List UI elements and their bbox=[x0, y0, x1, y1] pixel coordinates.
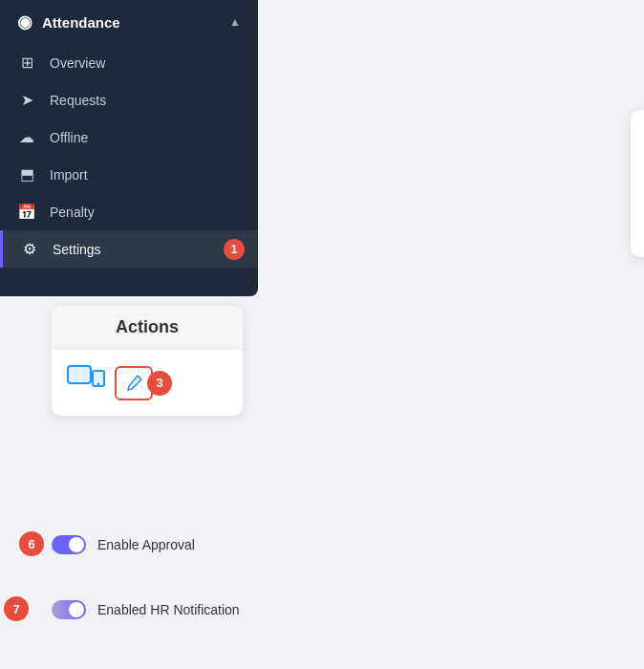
actions-header: Actions bbox=[52, 306, 243, 350]
actions-card: Actions 3 bbox=[52, 306, 243, 416]
hr-notification-toggle[interactable] bbox=[52, 600, 86, 619]
settings-icon: ⚙ bbox=[20, 240, 39, 258]
step-3-badge: 3 bbox=[147, 371, 172, 396]
sidebar: ◉ Attendance ▲ ⊞ Overview ➤ Requests ☁ O… bbox=[0, 0, 258, 296]
penalty-icon: 📅 bbox=[17, 203, 36, 221]
sidebar-item-overview[interactable]: ⊞ Overview bbox=[0, 44, 258, 81]
settings-card-wrapper: 2 Individual Attendance Settings This is… bbox=[311, 53, 616, 200]
attendance-icon: ◉ bbox=[17, 11, 32, 32]
svg-point-6 bbox=[97, 383, 100, 386]
actions-body: 3 bbox=[52, 350, 243, 416]
step-7-badge: 7 bbox=[4, 596, 29, 621]
sidebar-title: ◉ Attendance ▲ bbox=[0, 0, 258, 44]
sidebar-item-penalty[interactable]: 📅 Penalty bbox=[0, 193, 258, 230]
individual-settings-card: 2 Individual Attendance Settings This is… bbox=[631, 110, 644, 257]
enable-approval-standalone-toggle[interactable] bbox=[52, 535, 86, 554]
device-icon bbox=[67, 365, 105, 400]
svg-rect-4 bbox=[68, 366, 91, 383]
settings-badge: 1 bbox=[224, 239, 245, 260]
chevron-up-icon[interactable]: ▲ bbox=[229, 15, 241, 29]
offline-icon: ☁ bbox=[17, 128, 36, 146]
sidebar-item-requests[interactable]: ➤ Requests bbox=[0, 81, 258, 119]
requests-icon: ➤ bbox=[17, 91, 36, 109]
edit-box-container: 3 bbox=[115, 366, 153, 400]
hr-notification-label: Enabled HR Notification bbox=[97, 602, 240, 617]
save-card-wrapper: 8 Clear 💾 Save bbox=[311, 487, 616, 593]
sidebar-item-import[interactable]: ⬒ Import bbox=[0, 156, 258, 193]
import-icon: ⬒ bbox=[17, 165, 36, 183]
sidebar-item-settings[interactable]: ⚙ Settings 1 bbox=[0, 230, 258, 268]
web-attendance-wrapper: 4 Allow Web Attendance for employee Enab… bbox=[311, 358, 616, 446]
overview-icon: ⊞ bbox=[17, 54, 36, 72]
hr-notification-standalone: Enabled HR Notification bbox=[52, 600, 240, 619]
enable-approval-standalone: Enable Approval bbox=[52, 535, 195, 554]
enable-approval-standalone-label: Enable Approval bbox=[97, 537, 195, 552]
sidebar-item-offline[interactable]: ☁ Offline bbox=[0, 119, 258, 156]
step-6-badge: 6 bbox=[19, 531, 44, 556]
